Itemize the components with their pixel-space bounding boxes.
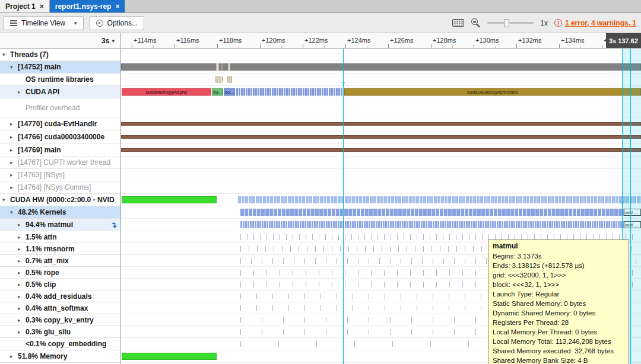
os-runtime-mark[interactable] [228,63,230,71]
tree-toggle-icon[interactable]: ▸ [18,234,26,240]
timeline-row[interactable] [121,74,641,86]
timeline-row[interactable] [121,117,641,130]
tree-toggle-icon[interactable]: ▸ [18,89,26,95]
tree-toggle-icon[interactable]: ▸ [10,184,18,190]
timeline-row[interactable]: void … [121,206,641,219]
sidebar-row[interactable]: ▸CUDA API [0,86,120,98]
sidebar-row[interactable]: ▾Threads (7) [0,49,120,61]
tree-toggle-icon[interactable]: ▾ [2,197,10,203]
timeline-row[interactable] [121,130,641,143]
tree-toggle-icon[interactable]: ▾ [2,52,10,58]
tree-toggle-icon[interactable]: ▸ [10,121,18,127]
timeline-row[interactable] [121,61,641,74]
hw-kernel-activity[interactable] [238,196,641,203]
zoom-slider[interactable] [487,18,534,28]
tree-toggle-icon[interactable]: ▸ [10,134,18,140]
tab-report1-nsys-rep[interactable]: report1.nsys-rep× [50,0,126,12]
sidebar-row[interactable]: ▸[14767] CUPTI worker thread [0,157,120,169]
kernel-name-label[interactable]: void … [624,209,641,216]
tree-toggle-icon[interactable]: ▸ [18,222,26,228]
tree-toggle-icon[interactable]: ▸ [18,329,26,335]
timeline-row[interactable] [121,157,641,169]
ruler-origin[interactable]: 3s ▾ [0,33,121,48]
cuda-api-call[interactable]: cudaDeviceSynchronize [344,88,641,96]
timeline-row[interactable]: cudaMemcpyAsynccu...co...cudaDeviceSynch… [121,86,641,98]
tree-toggle-icon[interactable]: ▸ [18,317,26,323]
kernel-ticks[interactable] [240,234,638,240]
keyboard-shortcuts-icon[interactable] [452,19,464,27]
zoom-slider-thumb[interactable] [504,19,509,27]
sidebar-row[interactable]: ▸94.4% matmul↴ [0,219,120,231]
tree-toggle-icon[interactable]: ▸ [10,147,18,153]
pinned-filter-icon[interactable]: ↴ [110,221,117,229]
timeline-row[interactable] [121,181,641,194]
sidebar-row[interactable]: ▸1.1% rmsnorm [0,243,120,255]
os-runtime-mark[interactable] [216,63,218,71]
cuda-api-call[interactable]: co... [224,88,234,96]
timeline-row[interactable]: void … [121,219,641,231]
tab-close-icon[interactable]: × [40,2,44,11]
timeline-row[interactable] [121,194,641,206]
time-marker-icon[interactable]: ▽ [620,200,624,206]
sidebar-row[interactable]: ▸[14769] main [0,143,120,157]
tree-toggle-icon[interactable]: ▸ [18,258,26,264]
os-runtime-mark[interactable] [221,63,223,71]
timeline-row[interactable] [121,98,641,117]
tree-toggle-icon[interactable]: ▸ [10,159,18,165]
sidebar-row[interactable]: ▸[14764] [NSys Comms] [0,181,120,194]
sidebar-row[interactable]: ▸0.4% add_residuals [0,290,120,302]
sidebar-row[interactable]: OS runtime libraries [0,74,120,86]
sidebar-row[interactable]: Profiler overhead [0,98,120,117]
thread-activity-bar[interactable] [121,148,641,152]
tree-toggle-icon[interactable]: ▸ [18,282,26,288]
tab-project-1[interactable]: Project 1× [0,0,50,12]
tree-toggle-icon[interactable]: ▸ [18,270,26,276]
view-selector-button[interactable]: Timeline View ▾ [4,16,84,30]
sidebar-row[interactable]: ▾CUDA HW (0000:c2:00.0 - NVID [0,194,120,206]
issues-link[interactable]: ! 1 error, 4 warnings, 1 [554,19,636,27]
memory-activity-bar[interactable] [122,196,217,203]
cuda-api-call[interactable]: cu... [212,88,223,96]
memory-activity-bar[interactable] [122,353,217,360]
tree-toggle-icon[interactable]: ▸ [18,293,26,299]
sidebar-row[interactable]: ▸[14763] [NSys] [0,169,120,181]
cuda-api-call[interactable]: cudaMemcpyAsync [122,88,211,96]
zoom-out-icon[interactable] [471,18,481,28]
sidebar-row[interactable]: ▸0.5% clip [0,279,120,290]
timeline-ruler[interactable]: 3s ▾ 3s 137.62 +114ms+116ms+118ms+120ms+… [0,33,641,49]
sidebar-row[interactable]: ▸0.5% rope [0,267,120,279]
thread-activity-bar[interactable] [121,63,641,71]
kernel-activity[interactable] [240,209,624,216]
tree-toggle-icon[interactable]: ▸ [18,305,26,311]
sidebar-row[interactable]: ▸0.7% att_mix [0,255,120,267]
os-runtime-event[interactable] [222,77,223,82]
sidebar-row[interactable]: ▸0.3% glu_silu [0,326,120,338]
sidebar-row[interactable]: ▸51.8% Memory [0,350,120,363]
timeline-row[interactable] [121,143,641,157]
tree-toggle-icon[interactable]: ▸ [18,246,26,252]
sidebar-row[interactable]: ▸[14766] cuda0000340000e [0,130,120,143]
options-button[interactable]: Options... [90,16,144,30]
sidebar-row[interactable]: ▸[14770] cuda-EvtHandlr [0,117,120,130]
sidebar-row[interactable]: <0.1% copy_embedding [0,338,120,350]
timeline-row[interactable] [121,169,641,181]
thread-activity-bar[interactable] [121,122,641,126]
os-runtime-event[interactable] [227,76,232,83]
sidebar-row[interactable]: ▾[14752] main [0,61,120,74]
ruler-ticks[interactable]: 3s 137.62 +114ms+116ms+118ms+120ms+122ms… [121,33,641,48]
time-marker-icon[interactable]: ▽ [341,81,345,87]
sidebar-row[interactable]: ▸0.4% attn_softmax [0,302,120,314]
sidebar-row[interactable]: ▾48.2% Kernels [0,206,120,219]
tree-toggle-icon[interactable]: ▸ [10,172,18,178]
tab-close-icon[interactable]: × [115,2,119,11]
kernel-name-label[interactable]: void … [624,221,641,228]
os-runtime-event[interactable] [215,76,221,83]
tree-toggle-icon[interactable]: ▾ [10,64,18,70]
thread-activity-bar[interactable] [121,135,641,139]
cuda-api-launches[interactable] [236,88,343,96]
sidebar-row[interactable]: ▸0.3% copy_kv_entry [0,314,120,326]
sidebar-row[interactable]: ▸1.5% attn [0,231,120,243]
tree-toggle-icon[interactable]: ▸ [10,353,18,359]
tree-toggle-icon[interactable]: ▾ [10,209,18,215]
timeline-row[interactable] [121,49,641,61]
